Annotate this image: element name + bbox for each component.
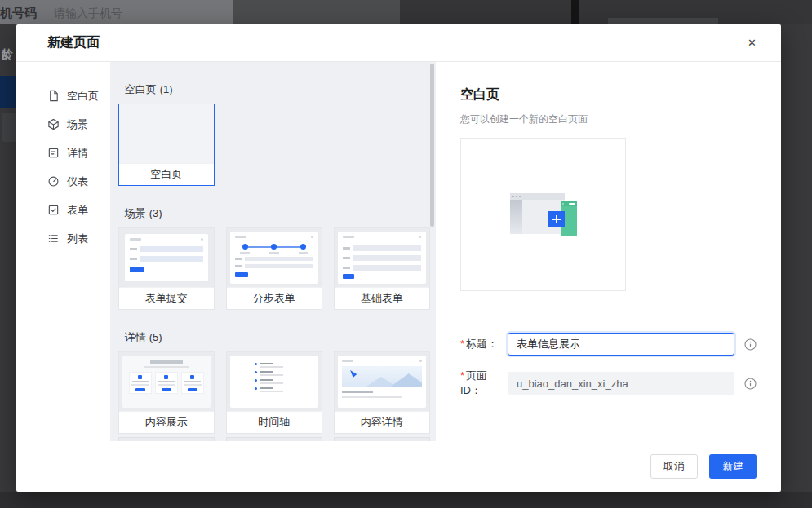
sidebar-item-detail[interactable]: 详情 xyxy=(16,139,110,167)
template-card-content-detail[interactable]: 内容详情 xyxy=(334,351,430,434)
gallery-scrollbar[interactable] xyxy=(430,64,434,227)
template-thumbnail xyxy=(119,352,214,411)
dialog-body: 空白页 场景 详情 仪表 表单 列表 xyxy=(16,62,781,441)
title-field-label: *标题： xyxy=(460,337,508,351)
dialog-title: 新建页面 xyxy=(47,34,100,51)
template-thumbnail xyxy=(227,228,322,287)
title-info-icon[interactable] xyxy=(744,338,757,351)
sidebar-item-label: 列表 xyxy=(67,232,88,246)
sidebar-item-label: 场景 xyxy=(67,117,88,132)
dashboard-gauge-icon xyxy=(47,175,60,188)
list-lines-icon xyxy=(47,232,60,245)
page-id-input[interactable] xyxy=(508,372,734,395)
template-thumbnail xyxy=(119,228,214,287)
template-thumbnail xyxy=(335,352,429,411)
close-icon[interactable]: ✕ xyxy=(748,38,757,48)
sidebar-item-form[interactable]: 表单 xyxy=(16,196,110,224)
template-card-blank[interactable]: 空白页 xyxy=(118,104,215,186)
backdrop-top-bar: 机号码 请输入手机号 xyxy=(0,0,812,24)
template-card-basic-form[interactable]: 基础表单 xyxy=(334,227,430,310)
category-sidebar: 空白页 场景 详情 仪表 表单 列表 xyxy=(16,62,110,441)
section-title-detail: 详情(5) xyxy=(125,331,436,343)
template-card-label: 内容详情 xyxy=(335,411,429,433)
backdrop-navy-bar xyxy=(0,76,16,108)
illustration-window-bar xyxy=(510,193,565,200)
backdrop-faint-text xyxy=(608,18,718,24)
section-count: (3) xyxy=(149,207,162,219)
new-page-dialog: 新建页面 ✕ 空白页 场景 详情 仪表 表单 xyxy=(16,24,781,492)
create-button[interactable]: 新建 xyxy=(709,454,757,479)
template-card-label: 内容展示 xyxy=(119,411,214,433)
template-gallery: 空白页(1) 空白页 场景(3) xyxy=(110,62,436,441)
bg-phone-label: 机号码 xyxy=(0,6,37,21)
sidebar-item-blank[interactable]: 空白页 xyxy=(16,82,110,110)
title-input[interactable] xyxy=(508,333,734,356)
template-card-label: 空白页 xyxy=(119,163,214,185)
backdrop-divider xyxy=(571,0,579,24)
sidebar-item-label: 详情 xyxy=(67,146,88,161)
sidebar-item-label: 空白页 xyxy=(67,89,99,104)
cancel-button[interactable]: 取消 xyxy=(650,454,698,479)
bg-phone-placeholder: 请输入手机号 xyxy=(54,7,122,21)
section-title-scene: 场景(3) xyxy=(125,207,436,219)
blank-page-illustration xyxy=(510,193,577,236)
illustration-window-sidebar xyxy=(510,200,522,234)
sidebar-item-list[interactable]: 列表 xyxy=(16,224,110,253)
dialog-footer: 取消 新建 xyxy=(16,441,781,492)
required-mark: * xyxy=(460,369,464,382)
backdrop-panel-edge xyxy=(2,113,16,142)
detail-doc-icon xyxy=(47,147,60,159)
page-id-field-label: *页面ID： xyxy=(460,369,508,398)
form-check-icon xyxy=(47,204,60,216)
clipped-next-row xyxy=(118,437,436,441)
page-id-field-row: *页面ID： xyxy=(460,369,757,398)
dialog-header: 新建页面 ✕ xyxy=(16,24,781,62)
sidebar-item-dashboard[interactable]: 仪表 xyxy=(16,167,110,196)
section-count: (1) xyxy=(160,83,173,95)
sidebar-item-label: 仪表 xyxy=(67,174,88,189)
template-preview-image xyxy=(460,138,626,291)
plus-icon xyxy=(548,211,565,227)
backdrop-panel-right xyxy=(400,0,812,24)
bg-age-label: 龄 xyxy=(2,47,13,62)
template-detail-panel: 空白页 您可以创建一个新的空白页面 *标题： xyxy=(436,62,781,441)
backdrop-bottom-strip xyxy=(0,492,812,508)
template-card-label: 基础表单 xyxy=(335,287,429,309)
section-title-blank: 空白页(1) xyxy=(125,83,436,95)
detail-title: 空白页 xyxy=(460,86,757,102)
template-card-step-form[interactable]: 分步表单 xyxy=(226,227,322,310)
template-card-label: 时间轴 xyxy=(227,411,322,433)
template-card-content-display[interactable]: 内容展示 xyxy=(118,351,215,434)
template-card-timeline[interactable]: 时间轴 xyxy=(226,351,322,434)
section-count: (5) xyxy=(149,331,162,343)
sidebar-item-scene[interactable]: 场景 xyxy=(16,110,110,139)
template-thumbnail xyxy=(119,104,214,163)
template-card-label: 分步表单 xyxy=(227,287,322,309)
template-thumbnail xyxy=(227,352,322,411)
required-mark: * xyxy=(460,338,464,350)
backdrop-left-strip: 龄 xyxy=(0,24,16,492)
blank-page-icon xyxy=(47,90,60,102)
page-id-info-icon[interactable] xyxy=(744,378,757,390)
title-field-row: *标题： xyxy=(460,333,757,356)
template-card-label: 表单提交 xyxy=(119,287,214,309)
sidebar-item-label: 表单 xyxy=(67,203,88,218)
scene-cube-icon xyxy=(47,118,60,130)
template-thumbnail xyxy=(335,228,429,287)
template-card-form-submit[interactable]: 表单提交 xyxy=(118,227,215,310)
detail-description: 您可以创建一个新的空白页面 xyxy=(460,113,757,125)
backdrop-panel xyxy=(233,0,400,24)
